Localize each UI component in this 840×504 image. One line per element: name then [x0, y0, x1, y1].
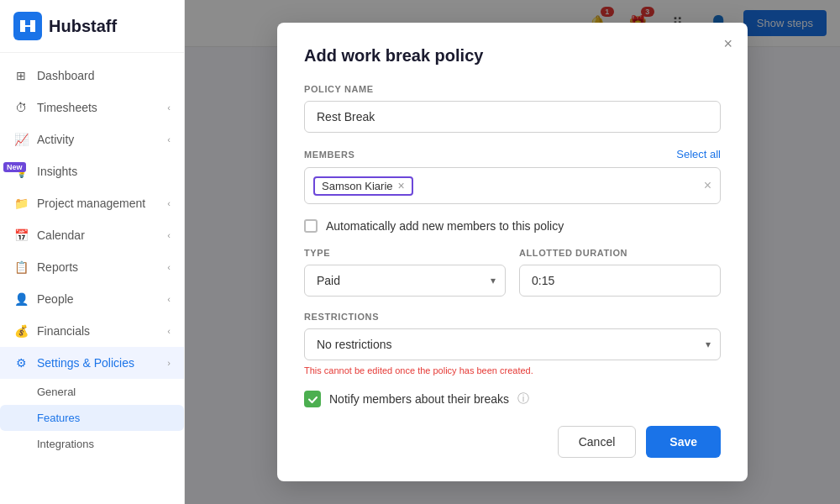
members-label: MEMBERS	[304, 150, 354, 160]
activity-icon: 📈	[13, 132, 29, 147]
type-select-wrapper: Paid Unpaid ▾	[304, 265, 506, 297]
modal-actions: Cancel Save	[304, 426, 721, 458]
chevron-right-icon: ‹	[167, 294, 171, 304]
info-icon[interactable]: ⓘ	[517, 391, 529, 407]
sidebar-item-label: Timesheets	[37, 101, 167, 114]
restrictions-group: RESTRICTIONS No restrictions One per shi…	[304, 312, 721, 375]
member-tag-name: Samson Kiarie	[322, 180, 393, 192]
sidebar-item-calendar[interactable]: 📅 Calendar ‹	[0, 219, 184, 251]
new-badge: New	[3, 162, 26, 172]
restrictions-label: RESTRICTIONS	[304, 312, 721, 322]
sidebar-item-label: Dashboard	[37, 69, 171, 82]
sidebar-item-label: Activity	[37, 133, 167, 146]
notify-label: Notify members about their breaks	[329, 392, 509, 406]
policy-name-group: POLICY NAME	[304, 84, 721, 133]
sidebar-logo-text: Hubstaff	[49, 17, 117, 36]
sidebar-item-label: Calendar	[37, 228, 167, 242]
member-tag-remove[interactable]: ×	[398, 180, 405, 192]
notify-row: Notify members about their breaks ⓘ	[304, 391, 721, 407]
sidebar-logo: Hubstaff	[0, 0, 184, 53]
sidebar-item-label: Financials	[37, 324, 167, 338]
sidebar-subitem-features[interactable]: Features	[0, 405, 184, 431]
cancel-button[interactable]: Cancel	[558, 426, 637, 458]
members-clear-button[interactable]: ×	[704, 178, 711, 193]
sidebar-item-timesheets[interactable]: ⏱ Timesheets ‹	[0, 92, 184, 123]
add-work-break-policy-modal: × Add work break policy POLICY NAME MEMB…	[277, 23, 748, 481]
type-label: TYPE	[304, 248, 506, 258]
restrictions-select-wrapper: No restrictions One per shift Custom ▾	[304, 328, 721, 360]
members-group: MEMBERS Select all Samson Kiarie × ×	[304, 148, 721, 204]
chevron-right-icon: ‹	[167, 326, 171, 336]
sidebar-subitem-general[interactable]: General	[0, 379, 184, 405]
type-select[interactable]: Paid Unpaid	[304, 265, 506, 297]
notify-checkbox[interactable]	[304, 391, 321, 407]
modal-overlay: × Add work break policy POLICY NAME MEMB…	[185, 0, 840, 504]
chevron-right-icon: ‹	[167, 198, 171, 208]
hubstaff-logo-icon	[13, 12, 42, 40]
sidebar-item-settings-policies[interactable]: ⚙ Settings & Policies ›	[0, 347, 184, 379]
sidebar-subitem-integrations[interactable]: Integrations	[0, 431, 184, 457]
auto-add-checkbox[interactable]	[304, 219, 318, 233]
chevron-down-icon: ›	[167, 358, 171, 368]
allotted-duration-input[interactable]	[519, 265, 721, 297]
save-button[interactable]: Save	[646, 426, 721, 458]
sidebar-item-project-management[interactable]: 📁 Project management ‹	[0, 187, 184, 219]
financials-icon: 💰	[13, 323, 29, 339]
chevron-right-icon: ‹	[167, 134, 171, 144]
sidebar: Hubstaff ⊞ Dashboard ⏱ Timesheets ‹ 📈 Ac…	[0, 0, 185, 504]
chevron-right-icon: ‹	[167, 262, 171, 272]
policy-name-input[interactable]	[304, 101, 721, 133]
auto-add-row: Automatically add new members to this po…	[304, 219, 721, 233]
sidebar-item-people[interactable]: 👤 People ‹	[0, 283, 184, 315]
members-input-field[interactable]: Samson Kiarie × ×	[304, 167, 721, 204]
policy-name-label: POLICY NAME	[304, 84, 721, 94]
sidebar-item-label: Reports	[37, 260, 167, 274]
sidebar-item-activity[interactable]: 📈 Activity ‹	[0, 123, 184, 155]
reports-icon: 📋	[13, 260, 29, 275]
sidebar-item-reports[interactable]: 📋 Reports ‹	[0, 251, 184, 283]
folder-icon: 📁	[13, 196, 29, 211]
sidebar-item-label: Insights	[37, 165, 171, 178]
sidebar-navigation: ⊞ Dashboard ⏱ Timesheets ‹ 📈 Activity ‹ …	[0, 53, 184, 504]
restrictions-select[interactable]: No restrictions One per shift Custom	[304, 328, 721, 360]
type-duration-row: TYPE Paid Unpaid ▾ ALLOTTED DURATION	[304, 248, 721, 297]
chevron-right-icon: ‹	[167, 230, 171, 240]
sidebar-item-dashboard[interactable]: ⊞ Dashboard	[0, 60, 184, 92]
clock-icon: ⏱	[13, 100, 29, 115]
modal-title: Add work break policy	[304, 46, 721, 66]
main-content: 🔔 1 🎁 3 ⣿ 👤 Show steps × Add work break …	[185, 0, 840, 504]
auto-add-label: Automatically add new members to this po…	[326, 219, 564, 233]
sidebar-item-financials[interactable]: 💰 Financials ‹	[0, 315, 184, 347]
checkmark-icon	[307, 394, 318, 405]
sidebar-item-label: People	[37, 292, 167, 306]
sidebar-item-insights[interactable]: New 💡 Insights	[0, 155, 184, 187]
allotted-duration-group: ALLOTTED DURATION	[519, 248, 721, 297]
sidebar-item-label: Project management	[37, 197, 167, 210]
sidebar-item-label: Settings & Policies	[37, 356, 167, 370]
chevron-right-icon: ‹	[167, 102, 171, 113]
allotted-duration-label: ALLOTTED DURATION	[519, 248, 721, 258]
member-tag: Samson Kiarie ×	[313, 176, 413, 196]
calendar-icon: 📅	[13, 228, 29, 243]
grid-icon: ⊞	[13, 68, 29, 83]
restrictions-warning: This cannot be edited once the policy ha…	[304, 365, 721, 375]
people-icon: 👤	[13, 291, 29, 307]
select-all-link[interactable]: Select all	[676, 148, 721, 160]
settings-icon: ⚙	[13, 355, 29, 370]
modal-close-button[interactable]: ×	[723, 36, 732, 51]
members-header: MEMBERS Select all	[304, 148, 721, 160]
type-group: TYPE Paid Unpaid ▾	[304, 248, 506, 297]
